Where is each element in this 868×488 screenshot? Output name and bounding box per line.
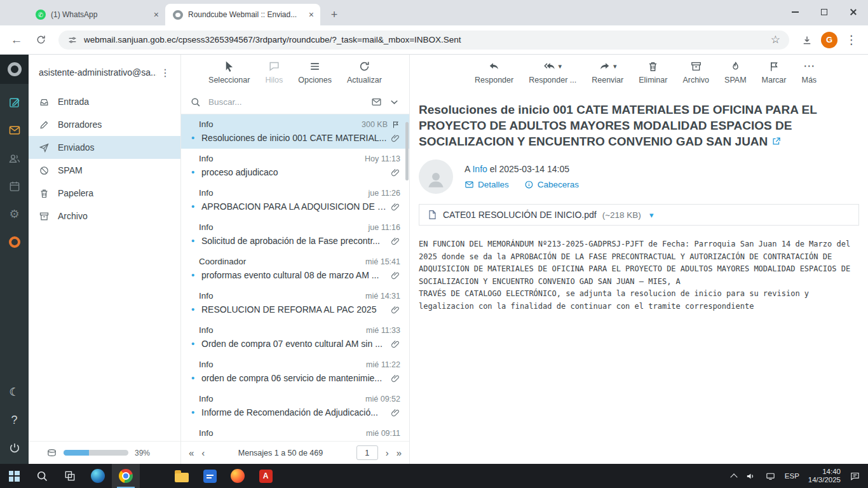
message-row[interactable]: Infomié 09:11 bbox=[181, 423, 409, 441]
search-bar bbox=[181, 90, 409, 114]
dark-mode-toggle[interactable]: ☾ bbox=[5, 383, 24, 402]
message-row[interactable]: Infomié 14:31 •RESOLUCION DE REFORMA AL … bbox=[181, 286, 409, 320]
message-subject: Solicitud de aprobación de la Fase preco… bbox=[201, 236, 387, 246]
account-menu-button[interactable]: ⋮ bbox=[156, 67, 174, 79]
folder-panel-spacer bbox=[29, 227, 180, 441]
rail-item-calendar[interactable] bbox=[5, 177, 24, 196]
edge-button[interactable] bbox=[84, 464, 112, 488]
taskbar-clock[interactable]: 14:40 14/3/2025 bbox=[808, 468, 841, 484]
message-row[interactable]: Info300 KB •Resoluciones de inicio 001 C… bbox=[181, 114, 409, 149]
prev-page-button[interactable]: ‹ bbox=[201, 448, 205, 458]
message-subject-title: Resoluciones de inicio 001 CATE MATERIAL… bbox=[419, 102, 835, 149]
rail-item-settings[interactable]: ⚙ bbox=[5, 205, 24, 224]
acrobat-button[interactable]: A bbox=[252, 464, 280, 488]
options-button[interactable]: Opciones bbox=[298, 60, 332, 85]
message-row[interactable]: Coordinadormié 15:41 •proformas evento c… bbox=[181, 252, 409, 286]
folder-item-spam[interactable]: SPAM bbox=[29, 159, 180, 182]
first-page-button[interactable]: « bbox=[189, 448, 194, 458]
threads-button[interactable]: Hilos bbox=[265, 60, 283, 85]
select-button[interactable]: Seleccionar bbox=[208, 60, 250, 85]
search-options-button[interactable] bbox=[388, 96, 400, 108]
reply-button[interactable]: Responder bbox=[475, 60, 513, 85]
details-link[interactable]: Detalles bbox=[465, 180, 509, 189]
bookmark-star-icon[interactable]: ☆ bbox=[771, 33, 780, 46]
network-icon[interactable] bbox=[765, 471, 776, 482]
info-circle-icon bbox=[524, 180, 534, 189]
tab-close-icon[interactable]: × bbox=[154, 10, 159, 19]
chrome-button[interactable] bbox=[112, 464, 140, 488]
folder-item-papelera[interactable]: Papelera bbox=[29, 182, 180, 205]
new-tab-button[interactable]: + bbox=[325, 6, 343, 24]
roundcube-logo[interactable] bbox=[0, 55, 29, 84]
rail-item-mail[interactable] bbox=[5, 121, 24, 140]
sender: Info bbox=[199, 154, 361, 163]
next-page-button[interactable]: › bbox=[386, 448, 389, 458]
firefox-button[interactable] bbox=[224, 464, 252, 488]
list-scrollbar[interactable] bbox=[405, 122, 409, 180]
address-bar[interactable]: webmail.sanjuan.gob.ec/cpsess3265394567/… bbox=[58, 30, 789, 50]
mark-button[interactable]: Marcar bbox=[762, 60, 787, 85]
url-text[interactable]: webmail.sanjuan.gob.ec/cpsess3265394567/… bbox=[84, 35, 764, 44]
volume-icon[interactable] bbox=[745, 471, 756, 482]
delete-button[interactable]: Eliminar bbox=[639, 60, 667, 85]
rail-item-contacts[interactable] bbox=[5, 149, 24, 168]
task-view-button[interactable] bbox=[56, 464, 84, 488]
search-input[interactable] bbox=[207, 97, 365, 107]
keyboard-language[interactable]: ESP bbox=[785, 472, 799, 480]
browser-tab-roundcube[interactable]: Roundcube Webmail :: Enviad... × bbox=[165, 4, 320, 25]
blue-app-button[interactable] bbox=[196, 464, 224, 488]
compose-button[interactable] bbox=[5, 93, 24, 112]
profile-avatar[interactable]: G bbox=[821, 32, 837, 48]
file-explorer-button[interactable] bbox=[168, 464, 196, 488]
help-button[interactable]: ? bbox=[5, 410, 24, 430]
close-window-button[interactable] bbox=[839, 0, 868, 24]
rail-bottom: ☾ ? bbox=[5, 374, 24, 464]
message-links: Detalles Cabeceras bbox=[465, 180, 579, 189]
reply-all-button[interactable]: ▾ Responder ... bbox=[529, 60, 576, 85]
taskbar-search-button[interactable] bbox=[28, 464, 56, 488]
archive-button[interactable]: Archivo bbox=[682, 60, 709, 85]
back-button[interactable]: ← bbox=[6, 30, 27, 50]
folder-item-borradores[interactable]: Borradores bbox=[29, 113, 180, 136]
headers-link[interactable]: Cabeceras bbox=[524, 180, 579, 189]
forward-button[interactable]: ▾ Reenviar bbox=[592, 60, 623, 85]
attachment-bar[interactable]: CATE01 RESOLUCIÓN DE INICIO.pdf (~218 KB… bbox=[419, 204, 859, 226]
logout-button[interactable] bbox=[5, 438, 24, 458]
message-row[interactable]: Infojue 11:26 •APROBACION PARA LA ADQUIS… bbox=[181, 183, 409, 217]
reload-button[interactable] bbox=[31, 30, 51, 50]
browser-tab-whatsapp[interactable]: ✆ (1) WhatsApp × bbox=[28, 4, 165, 25]
external-link-icon[interactable] bbox=[771, 137, 781, 146]
browser-menu-button[interactable]: ⋮ bbox=[841, 30, 862, 50]
folder-item-entrada[interactable]: Entrada bbox=[29, 90, 180, 113]
spam-button[interactable]: SPAM bbox=[724, 60, 747, 85]
folder-item-enviados[interactable]: Enviados bbox=[29, 136, 180, 159]
dropdown-caret-icon[interactable]: ▾ bbox=[613, 63, 617, 70]
message-rows: Info300 KB •Resoluciones de inicio 001 C… bbox=[181, 114, 409, 441]
dropdown-caret-icon[interactable]: ▾ bbox=[558, 63, 562, 70]
tab-close-icon[interactable]: × bbox=[309, 10, 314, 19]
page-number-input[interactable] bbox=[356, 445, 378, 460]
folder-item-archivo[interactable]: Archivo bbox=[29, 205, 180, 227]
message-row[interactable]: Infomié 11:22 •orden de compra 06 servic… bbox=[181, 355, 409, 389]
attachment-menu-caret[interactable]: ▾ bbox=[649, 210, 654, 220]
maximize-button[interactable] bbox=[810, 0, 839, 24]
rail-item-webmail-home[interactable] bbox=[5, 233, 24, 252]
quota-percent: 39% bbox=[135, 449, 150, 458]
message-row[interactable]: Infojue 11:16 •Solicitud de aprobación d… bbox=[181, 217, 409, 252]
downloads-button[interactable] bbox=[797, 30, 817, 50]
message-row[interactable]: Infomié 09:52 •Informe de Recomendación … bbox=[181, 389, 409, 423]
tray-expand-icon[interactable] bbox=[730, 473, 737, 480]
flag-icon[interactable] bbox=[391, 120, 400, 129]
action-center-icon[interactable] bbox=[850, 471, 860, 482]
message-row[interactable]: Infomié 11:33 •Orden de compra 07 evento… bbox=[181, 320, 409, 355]
minimize-button[interactable] bbox=[780, 0, 810, 24]
last-page-button[interactable]: » bbox=[397, 448, 402, 458]
search-scope-mail-icon[interactable] bbox=[371, 97, 382, 107]
more-button[interactable]: ⋯ Más bbox=[801, 60, 817, 85]
tune-icon[interactable] bbox=[67, 35, 78, 45]
start-button[interactable] bbox=[0, 464, 28, 488]
recipient-link[interactable]: Info bbox=[472, 164, 487, 174]
message-row[interactable]: InfoHoy 11:13 •proceso adjudicaco bbox=[181, 149, 409, 183]
attachment-name[interactable]: CATE01 RESOLUCIÓN DE INICIO.pdf bbox=[443, 210, 597, 220]
refresh-button[interactable]: Actualizar bbox=[347, 60, 382, 85]
